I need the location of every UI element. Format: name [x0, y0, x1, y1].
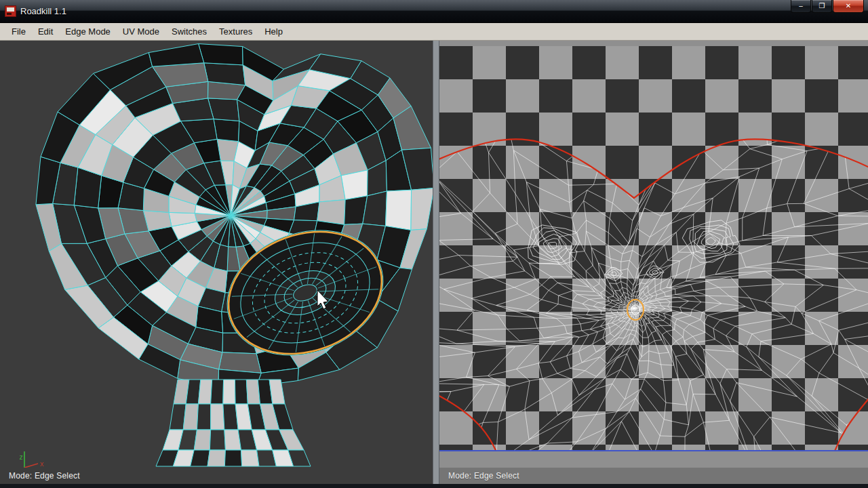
titlebar[interactable]: Roadkill 1.1 –❐✕: [0, 0, 868, 23]
perspective-pane: Mode: Edge Select: [0, 41, 433, 484]
perspective-status: Mode: Edge Select: [0, 468, 433, 484]
roadkill-window: Roadkill 1.1 –❐✕ FileEditEdge ModeUV Mod…: [0, 0, 868, 488]
close-button[interactable]: ✕: [833, 0, 864, 13]
uv-viewport-canvas[interactable]: [439, 41, 868, 468]
window-controls: –❐✕: [791, 0, 864, 13]
uv-pane: Mode: Edge Select: [439, 41, 868, 484]
menubar: FileEditEdge ModeUV ModeSwitchesTextures…: [0, 23, 868, 41]
menu-item-switches[interactable]: Switches: [165, 24, 213, 39]
menu-item-edge-mode[interactable]: Edge Mode: [59, 24, 117, 39]
menu-item-textures[interactable]: Textures: [213, 24, 258, 39]
minimize-button[interactable]: –: [791, 0, 811, 13]
uv-status: Mode: Edge Select: [439, 468, 868, 484]
3d-viewport-canvas[interactable]: [0, 41, 433, 468]
app-icon: [5, 5, 16, 17]
window-bottom-frame: [0, 484, 868, 488]
menu-item-file[interactable]: File: [5, 24, 32, 39]
window-title: Roadkill 1.1: [20, 6, 66, 16]
pane-splitter[interactable]: [433, 41, 439, 484]
menu-item-help[interactable]: Help: [258, 24, 289, 39]
menu-item-uv-mode[interactable]: UV Mode: [117, 24, 165, 39]
workspace: Mode: Edge Select Mode: Edge Select: [0, 41, 868, 484]
menu-item-edit[interactable]: Edit: [32, 24, 59, 39]
maximize-button[interactable]: ❐: [812, 0, 832, 13]
